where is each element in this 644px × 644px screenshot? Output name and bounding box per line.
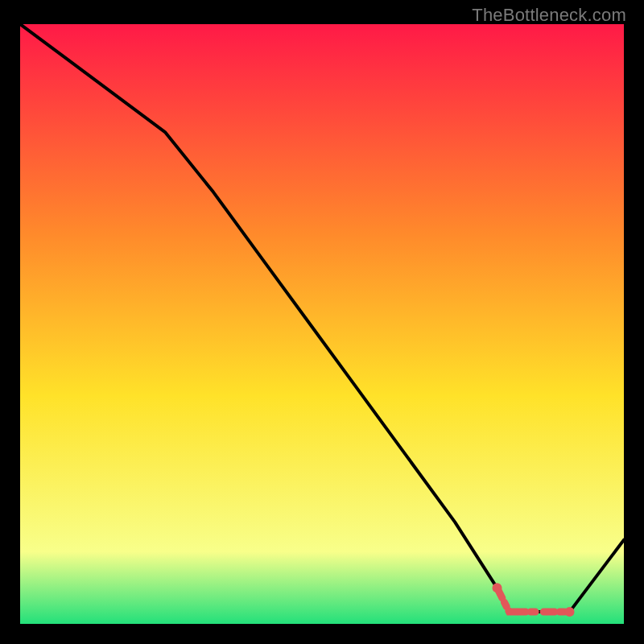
attribution-text: TheBottleneck.com — [472, 5, 626, 26]
gradient-background — [20, 24, 624, 624]
flat-marker-endpoint — [493, 583, 502, 592]
chart-plot-area — [20, 24, 624, 624]
chart-svg — [20, 24, 624, 624]
flat-marker-endpoint — [565, 607, 575, 617]
